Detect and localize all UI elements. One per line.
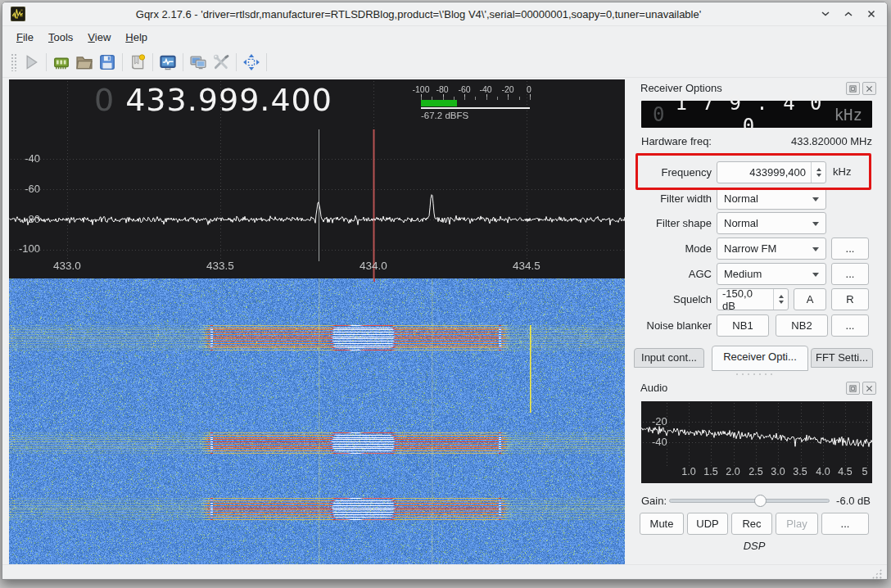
audio-x-tick: 5: [853, 466, 876, 477]
filter-width-combo[interactable]: Normal: [717, 188, 826, 210]
maximize-button[interactable]: [841, 7, 856, 21]
main-frequency-display[interactable]: 0 433.999.400: [94, 81, 332, 119]
mute-button[interactable]: Mute: [640, 513, 684, 535]
squelch-spinbox[interactable]: -150,0 dB: [717, 288, 789, 310]
float-panel-button[interactable]: [846, 382, 860, 395]
oscilloscope-icon: [159, 53, 177, 71]
frequency-unit: kHz: [833, 165, 851, 178]
filter-shape-combo[interactable]: Normal: [717, 212, 826, 234]
tab-receiver-options[interactable]: Receiver Opti...: [712, 346, 808, 371]
squelch-auto-button[interactable]: A: [794, 288, 826, 310]
resize-grip[interactable]: [871, 568, 882, 579]
save-settings-button[interactable]: [96, 51, 119, 74]
toolbar: [2, 47, 887, 78]
mode-combo[interactable]: Narrow FM: [717, 237, 826, 260]
gain-slider-handle[interactable]: [754, 495, 767, 507]
gain-slider-groove[interactable]: [669, 499, 830, 503]
spin-arrows-icon[interactable]: [811, 162, 825, 183]
menu-view[interactable]: View: [80, 29, 118, 46]
agc-combo[interactable]: Medium: [717, 263, 826, 285]
audio-x-tick: 1.0: [677, 466, 700, 477]
bookmark-icon: [129, 53, 147, 71]
close-button[interactable]: [864, 7, 879, 21]
audio-x-tick: 4.0: [812, 466, 834, 477]
mode-value: Narrow FM: [724, 242, 776, 255]
right-dock: Receiver Options 0 1 7 9 . 4 0 0 kHz Har…: [622, 78, 887, 564]
wrench-icon: [212, 53, 230, 71]
close-panel-button[interactable]: [862, 82, 876, 95]
menubar: File Tools View Help: [2, 26, 887, 47]
configure-io-button[interactable]: [50, 51, 73, 74]
audio-x-tick: 3.0: [767, 466, 789, 477]
dsp-status-label: DSP: [622, 540, 887, 552]
window-title: Gqrx 2.17.6 - 'driver=rtlsdr,manufacture…: [25, 8, 812, 20]
load-settings-button[interactable]: [73, 51, 96, 74]
dsp-options-button[interactable]: [156, 51, 179, 74]
gain-label: Gain:: [641, 495, 667, 507]
remote-control-button[interactable]: [187, 51, 210, 74]
agc-options-button[interactable]: ...: [831, 263, 869, 285]
toolbar-separator: [46, 53, 47, 71]
statusbar: [2, 564, 887, 580]
fullscreen-button[interactable]: [240, 51, 263, 74]
spectrum-y-tick: -40: [12, 152, 40, 165]
squelch-label: Squelch: [622, 288, 712, 310]
lcd-unit: kHz: [834, 106, 862, 124]
float-panel-button[interactable]: [846, 82, 860, 95]
audio-options-button[interactable]: ...: [821, 513, 869, 535]
chevron-down-icon: [812, 273, 819, 277]
meter-readout: -67.2 dBFS: [421, 111, 468, 120]
agc-value: Medium: [724, 268, 762, 280]
tools-button[interactable]: [210, 51, 233, 74]
toolbar-separator: [122, 53, 123, 71]
filter-shape-label: Filter shape: [622, 212, 712, 234]
titlebar[interactable]: Gqrx 2.17.6 - 'driver=rtlsdr,manufacture…: [2, 2, 887, 26]
menu-tools[interactable]: Tools: [41, 29, 80, 46]
minimize-button[interactable]: [818, 7, 833, 21]
noise-blanker-options-button[interactable]: ...: [831, 314, 869, 337]
frequency-leading-zero: 0: [94, 81, 114, 119]
nb2-button[interactable]: NB2: [776, 314, 828, 337]
start-dsp-button[interactable]: [20, 51, 43, 74]
toolbar-separator: [266, 53, 267, 71]
chip-icon: [52, 53, 70, 71]
frequency-label: Frequency: [622, 161, 712, 183]
spectrum-x-tick: 433.0: [44, 260, 90, 272]
play-button[interactable]: Play: [776, 513, 818, 535]
audio-x-tick: 3.5: [789, 466, 812, 477]
meter-baseline: [421, 107, 530, 109]
waterfall-canvas[interactable]: [9, 278, 625, 564]
bookmarks-button[interactable]: [126, 51, 149, 74]
computers-icon: [189, 53, 207, 71]
mode-label: Mode: [622, 237, 712, 260]
audio-x-tick: 1.5: [699, 466, 722, 477]
toolbar-separator: [183, 53, 183, 71]
dock-splitter-handle[interactable]: [736, 373, 772, 376]
lcd-digits: 1 7 9 . 4 0 0: [664, 92, 834, 138]
filter-width-value: Normal: [724, 192, 758, 205]
menu-help[interactable]: Help: [118, 29, 155, 46]
spin-arrows-icon[interactable]: [773, 289, 788, 310]
chevron-down-icon: [812, 197, 819, 201]
frequency-spinbox[interactable]: 433999,400: [717, 161, 826, 183]
rec-button[interactable]: Rec: [731, 513, 772, 535]
meter-tick-label: -100: [412, 84, 429, 94]
squelch-reset-button[interactable]: R: [831, 288, 869, 310]
mode-options-button[interactable]: ...: [831, 237, 869, 260]
close-panel-button[interactable]: [862, 382, 876, 395]
meter-tick-label: -40: [479, 84, 491, 94]
spectrum-widget: 0 433.999.400 -100 -80 -60 -40 -20 0 -67…: [9, 79, 625, 564]
menu-file[interactable]: File: [9, 29, 41, 46]
offset-frequency-lcd[interactable]: 0 1 7 9 . 4 0 0 kHz: [641, 101, 872, 128]
tab-fft-settings[interactable]: FFT Setti...: [811, 348, 873, 368]
toolbar-separator: [236, 53, 237, 71]
folder-icon: [75, 53, 93, 71]
filter-shape-value: Normal: [724, 217, 758, 229]
audio-x-tick: 2.0: [721, 466, 744, 477]
tab-input-controls[interactable]: Input cont...: [634, 348, 704, 368]
toolbar-grip[interactable]: [11, 53, 16, 71]
udp-button[interactable]: UDP: [687, 513, 728, 535]
toolbar-separator: [152, 53, 153, 71]
nb1-button[interactable]: NB1: [717, 314, 769, 337]
filter-width-label: Filter width: [622, 188, 712, 210]
